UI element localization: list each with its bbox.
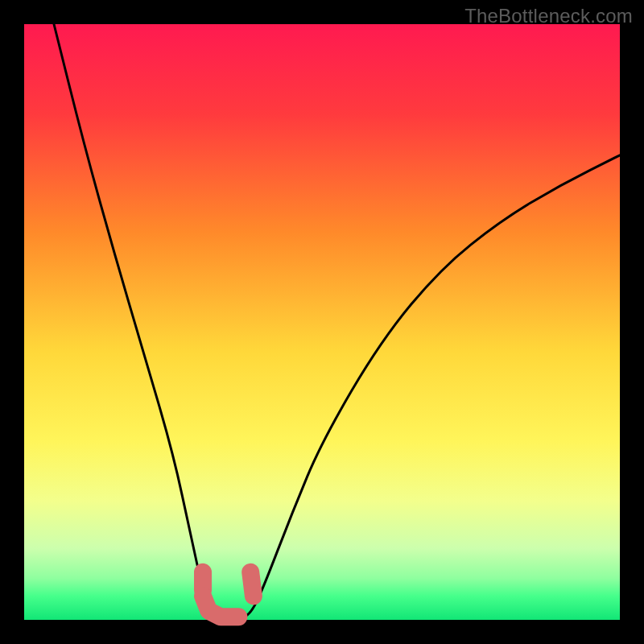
left-elbow (203, 596, 238, 617)
right-dot (250, 572, 254, 597)
curve-layer (24, 24, 620, 620)
chart-frame: TheBottleneck.com (0, 0, 644, 644)
watermark-text: TheBottleneck.com (464, 5, 633, 27)
bottleneck-curve (54, 24, 620, 620)
highlight-group (203, 572, 254, 617)
